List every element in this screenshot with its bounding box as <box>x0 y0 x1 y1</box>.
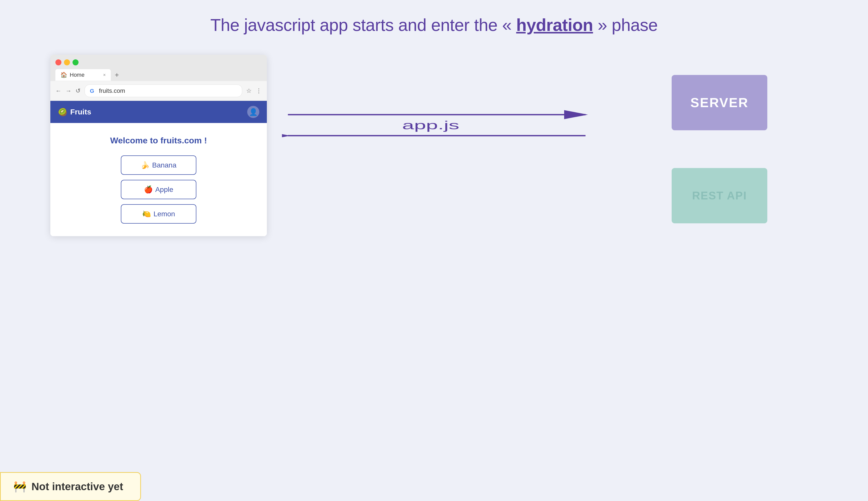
user-icon: 👤 <box>249 108 258 116</box>
rest-api-box: REST API <box>672 168 767 223</box>
browser-addressbar: ← → ↺ G fruits.com ☆ ⋮ <box>50 81 267 101</box>
page-title: The javascript app starts and enter the … <box>0 0 868 35</box>
forward-button[interactable]: → <box>65 87 72 94</box>
new-tab-button[interactable]: + <box>112 69 122 81</box>
apple-label: Apple <box>155 185 174 194</box>
server-box: SERVER <box>672 75 767 130</box>
brand: 🥝 Fruits <box>58 108 91 116</box>
address-actions: ☆ ⋮ <box>246 87 262 94</box>
google-icon: G <box>90 88 96 94</box>
browser-dots <box>55 59 262 65</box>
app-navbar: 🥝 Fruits 👤 <box>50 101 267 123</box>
tab-favicon: 🏠 <box>60 72 67 78</box>
banner-icon: 🚧 <box>13 480 27 493</box>
fruit-button-lemon[interactable]: 🍋 Lemon <box>121 204 196 224</box>
rest-api-label: REST API <box>692 189 747 202</box>
fruit-button-apple[interactable]: 🍎 Apple <box>121 180 196 199</box>
star-icon[interactable]: ☆ <box>246 87 252 94</box>
brand-icon: 🥝 <box>58 108 67 116</box>
svg-text:app.js: app.js <box>402 119 459 132</box>
lemon-emoji: 🍋 <box>142 210 151 218</box>
address-text: fruits.com <box>99 87 125 94</box>
close-dot[interactable] <box>55 59 61 65</box>
browser-tabs: 🏠 Home × + <box>55 69 262 81</box>
fruit-list: 🍌 Banana 🍎 Apple 🍋 Lemon <box>58 156 259 224</box>
diagram-area: SERVER REST API app.js <box>282 55 818 281</box>
welcome-text: Welcome to fruits.com ! <box>58 136 259 145</box>
user-avatar[interactable]: 👤 <box>247 106 259 118</box>
browser-window: 🏠 Home × + ← → ↺ G fruits.com ☆ ⋮ <box>50 55 267 236</box>
app-content: Welcome to fruits.com ! 🍌 Banana 🍎 Apple… <box>50 123 267 236</box>
lemon-label: Lemon <box>154 210 175 218</box>
brand-name: Fruits <box>70 108 91 116</box>
apple-emoji: 🍎 <box>144 185 153 194</box>
maximize-dot[interactable] <box>73 59 79 65</box>
address-bar[interactable]: G fruits.com <box>85 85 242 97</box>
tab-close-button[interactable]: × <box>103 73 106 78</box>
minimize-dot[interactable] <box>64 59 70 65</box>
back-button[interactable]: ← <box>55 87 61 94</box>
banana-emoji: 🍌 <box>141 161 149 169</box>
server-label: SERVER <box>691 95 749 110</box>
banner-text: Not interactive yet <box>31 481 123 493</box>
refresh-button[interactable]: ↺ <box>75 87 81 94</box>
banana-label: Banana <box>152 161 177 169</box>
not-interactive-banner: 🚧 Not interactive yet <box>0 472 141 501</box>
tab-label: Home <box>70 72 85 78</box>
fruit-button-banana[interactable]: 🍌 Banana <box>121 156 196 175</box>
menu-icon[interactable]: ⋮ <box>256 87 262 94</box>
browser-chrome: 🏠 Home × + <box>50 55 267 81</box>
active-tab[interactable]: 🏠 Home × <box>55 69 111 81</box>
